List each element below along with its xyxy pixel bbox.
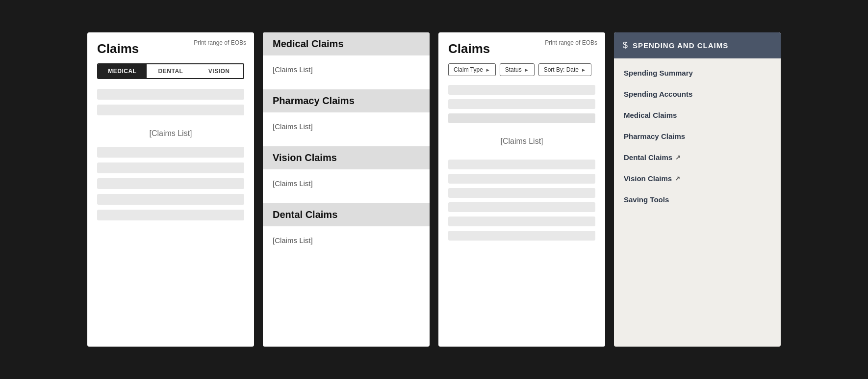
dental-claims-nav-label: Dental Claims: [624, 153, 672, 162]
panel-claims-filters: Print range of EOBs Claims Claim Type ► …: [438, 32, 605, 347]
claims-tab-group: MEDICAL DENTAL VISION: [97, 63, 244, 79]
skeleton-row: [97, 147, 244, 158]
panel3-claims-list: [Claims List]: [448, 128, 595, 155]
medical-claims-nav-label: Medical Claims: [624, 111, 677, 119]
filter-row: Claim Type ► Status ► Sort By: Date ►: [448, 63, 595, 76]
nav-item-saving-tools[interactable]: Saving Tools: [614, 189, 781, 210]
nav-item-spending-summary[interactable]: Spending Summary: [614, 62, 781, 83]
nav-item-pharmacy-claims[interactable]: Pharmacy Claims: [614, 126, 781, 147]
vision-claims-list: [Claims List]: [273, 175, 420, 191]
skeleton-row: [448, 113, 595, 123]
skeleton-row: [448, 160, 595, 169]
skeleton-row: [97, 178, 244, 189]
saving-tools-label: Saving Tools: [624, 195, 669, 204]
nav-item-spending-accounts[interactable]: Spending Accounts: [614, 83, 781, 105]
tab-medical[interactable]: MEDICAL: [98, 64, 147, 78]
pharmacy-claims-list: [Claims List]: [273, 118, 420, 135]
spending-accounts-label: Spending Accounts: [624, 90, 692, 98]
medical-claims-header: Medical Claims: [263, 32, 430, 55]
nav-item-vision-claims[interactable]: Vision Claims ↗: [614, 168, 781, 189]
panel-navigation: $ SPENDING AND CLAIMS Spending Summary S…: [614, 32, 781, 347]
panel-all-claims: Medical Claims [Claims List] Pharmacy Cl…: [263, 32, 430, 347]
skeleton-row: [97, 105, 244, 115]
dental-claims-header: Dental Claims: [263, 203, 430, 226]
skeleton-row: [448, 174, 595, 184]
panel-claims-tabs: Print range of EOBs Claims MEDICAL DENTA…: [87, 32, 254, 347]
vision-claims-nav-label: Vision Claims: [624, 174, 672, 183]
external-link-icon: ↗: [675, 154, 681, 161]
skeleton-row: [97, 194, 244, 205]
skeleton-row: [448, 217, 595, 226]
vision-claims-body: [Claims List]: [263, 169, 430, 203]
sort-by-filter[interactable]: Sort By: Date ►: [538, 63, 591, 76]
pharmacy-claims-header: Pharmacy Claims: [263, 89, 430, 112]
skeleton-row: [97, 210, 244, 220]
skeleton-row: [448, 231, 595, 241]
skeleton-row: [97, 162, 244, 173]
pharmacy-claims-body: [Claims List]: [263, 112, 430, 146]
nav-header: $ SPENDING AND CLAIMS: [614, 32, 781, 58]
print-range-label: Print range of EOBs: [194, 39, 246, 46]
status-filter[interactable]: Status ►: [500, 63, 535, 76]
dental-claims-body: [Claims List]: [263, 226, 430, 260]
tab-vision[interactable]: VISION: [195, 64, 243, 78]
nav-header-title: SPENDING AND CLAIMS: [633, 41, 728, 50]
vision-claims-header: Vision Claims: [263, 146, 430, 169]
medical-claims-list: [Claims List]: [273, 61, 420, 78]
nav-item-dental-claims[interactable]: Dental Claims ↗: [614, 147, 781, 168]
pharmacy-claims-nav-label: Pharmacy Claims: [624, 132, 685, 140]
claim-type-label: Claim Type: [454, 66, 483, 73]
sort-arrow-icon: ►: [581, 67, 586, 73]
claim-type-filter[interactable]: Claim Type ►: [448, 63, 496, 76]
skeleton-row: [448, 85, 595, 95]
dental-claims-list: [Claims List]: [273, 232, 420, 248]
spending-summary-label: Spending Summary: [624, 69, 693, 77]
nav-item-medical-claims[interactable]: Medical Claims: [614, 105, 781, 126]
print-range-label-2: Print range of EOBs: [545, 39, 597, 46]
tab-dental[interactable]: DENTAL: [147, 64, 195, 78]
dollar-icon: $: [623, 40, 628, 51]
status-arrow-icon: ►: [524, 67, 529, 73]
panels-container: Print range of EOBs Claims MEDICAL DENTA…: [87, 32, 781, 347]
medical-claims-body: [Claims List]: [263, 55, 430, 89]
external-link-icon-2: ↗: [675, 175, 680, 182]
claim-type-arrow-icon: ►: [485, 67, 490, 73]
skeleton-row: [448, 99, 595, 109]
skeleton-row: [448, 188, 595, 198]
nav-items-list: Spending Summary Spending Accounts Medic…: [614, 58, 781, 214]
claims-list-placeholder: [Claims List]: [97, 120, 244, 147]
skeleton-row: [448, 202, 595, 212]
skeleton-row: [97, 89, 244, 100]
status-label: Status: [505, 66, 522, 73]
sort-by-label: Sort By: Date: [544, 66, 579, 73]
